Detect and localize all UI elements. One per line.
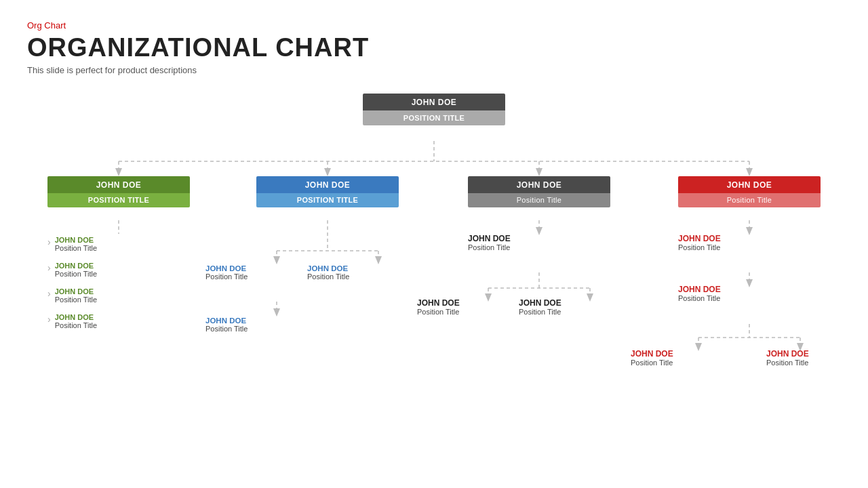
red-mid-name-1: JOHN DOE — [678, 234, 721, 243]
svg-marker-20 — [536, 227, 542, 235]
description: This slide is perfect for product descri… — [27, 65, 841, 75]
red-bottom-title-1: Position Title — [631, 359, 673, 367]
svg-marker-8 — [536, 168, 542, 176]
green-sub-name-2: JOHN DOE — [55, 262, 97, 270]
arrow-icon-1: › — [47, 237, 51, 247]
green-sub-4: › JOHN DOE Position Title — [47, 313, 190, 329]
blue-sub-right: JOHN DOE Position Title — [307, 264, 349, 281]
arrow-icon-2: › — [47, 262, 51, 273]
svg-marker-30 — [746, 279, 753, 287]
green-sub-3: › JOHN DOE Position Title — [47, 287, 190, 304]
svg-marker-35 — [695, 343, 702, 351]
red-mid-child-2: JOHN DOE Position Title — [678, 285, 721, 302]
svg-marker-25 — [485, 293, 492, 302]
root-node: JOHN DOE POSITION TITLE — [363, 94, 505, 125]
blue-sub-bottom: JOHN DOE Position Title — [205, 317, 248, 333]
green-title: POSITION TITLE — [47, 193, 190, 207]
root-node-box: JOHN DOE POSITION TITLE — [363, 94, 505, 125]
blue-sub-title-2: Position Title — [307, 272, 349, 281]
dark-bottom-title-1: Position Title — [417, 308, 460, 316]
green-sub-title-2: Position Title — [55, 270, 97, 278]
green-sub-title-1: Position Title — [55, 244, 97, 252]
blue-sub-title-1: Position Title — [205, 272, 248, 281]
red-mid-name-2: JOHN DOE — [678, 285, 721, 294]
dark-name: JOHN DOE — [468, 176, 610, 193]
red-bottom-left: JOHN DOE Position Title — [631, 349, 673, 367]
red-bottom-title-2: Position Title — [766, 359, 809, 367]
svg-marker-7 — [324, 168, 331, 176]
green-sub-title-3: Position Title — [55, 296, 97, 304]
green-name: JOHN DOE — [47, 176, 190, 193]
green-sub-name-1: JOHN DOE — [55, 236, 97, 244]
blue-sub-name-3: JOHN DOE — [205, 317, 248, 325]
dark-title: Position Title — [468, 193, 610, 207]
main-title: ORGANIZATIONAL CHART — [27, 33, 841, 62]
root-name: JOHN DOE — [363, 94, 505, 110]
red-mid-child-1: JOHN DOE Position Title — [678, 234, 721, 251]
dark-mid-child: JOHN DOE Position Title — [468, 234, 511, 251]
green-sub-name-3: JOHN DOE — [55, 287, 97, 296]
blue-sub-name-1: JOHN DOE — [205, 264, 248, 272]
svg-marker-16 — [375, 256, 382, 264]
blue-sub-left: JOHN DOE Position Title — [205, 264, 248, 281]
green-sub-2: › JOHN DOE Position Title — [47, 262, 190, 278]
svg-marker-28 — [746, 227, 753, 235]
dark-mid-title: Position Title — [468, 243, 511, 251]
blue-title: POSITION TITLE — [256, 193, 399, 207]
blue-node: JOHN DOE POSITION TITLE — [256, 176, 399, 207]
svg-marker-26 — [587, 293, 593, 302]
svg-marker-18 — [273, 308, 280, 317]
red-node: JOHN DOE Position Title — [678, 176, 821, 207]
red-mid-title-1: Position Title — [678, 243, 721, 251]
header: Org Chart ORGANIZATIONAL CHART This slid… — [27, 20, 841, 75]
dark-bottom-title-2: Position Title — [519, 308, 561, 316]
red-title: Position Title — [678, 193, 821, 207]
blue-sub-name-2: JOHN DOE — [307, 264, 349, 272]
dark-bottom-name-1: JOHN DOE — [417, 298, 460, 308]
dark-mid-name: JOHN DOE — [468, 234, 511, 243]
svg-marker-9 — [746, 168, 753, 176]
green-sub-name-4: JOHN DOE — [55, 313, 97, 321]
root-title: POSITION TITLE — [363, 110, 505, 125]
arrow-icon-3: › — [47, 288, 51, 299]
green-sub-title-4: Position Title — [55, 321, 97, 329]
green-sub-list: › JOHN DOE Position Title › JOHN DOE Pos… — [47, 236, 190, 333]
green-sub-1: › JOHN DOE Position Title — [47, 236, 190, 252]
dark-bottom-left: JOHN DOE Position Title — [417, 298, 460, 316]
red-mid-title-2: Position Title — [678, 294, 721, 302]
subtitle: Org Chart — [27, 20, 841, 30]
slide: Org Chart ORGANIZATIONAL CHART This slid… — [0, 0, 868, 488]
svg-marker-6 — [115, 168, 122, 176]
green-node: JOHN DOE POSITION TITLE — [47, 176, 190, 207]
svg-marker-15 — [273, 256, 280, 264]
blue-name: JOHN DOE — [256, 176, 399, 193]
red-name: JOHN DOE — [678, 176, 821, 193]
blue-sub-title-3: Position Title — [205, 325, 248, 333]
red-bottom-name-2: JOHN DOE — [766, 349, 809, 359]
red-bottom-name-1: JOHN DOE — [631, 349, 673, 359]
dark-node: JOHN DOE Position Title — [468, 176, 610, 207]
dark-bottom-right: JOHN DOE Position Title — [519, 298, 561, 316]
dark-bottom-name-2: JOHN DOE — [519, 298, 561, 308]
red-bottom-right: JOHN DOE Position Title — [766, 349, 809, 367]
arrow-icon-4: › — [47, 314, 51, 325]
